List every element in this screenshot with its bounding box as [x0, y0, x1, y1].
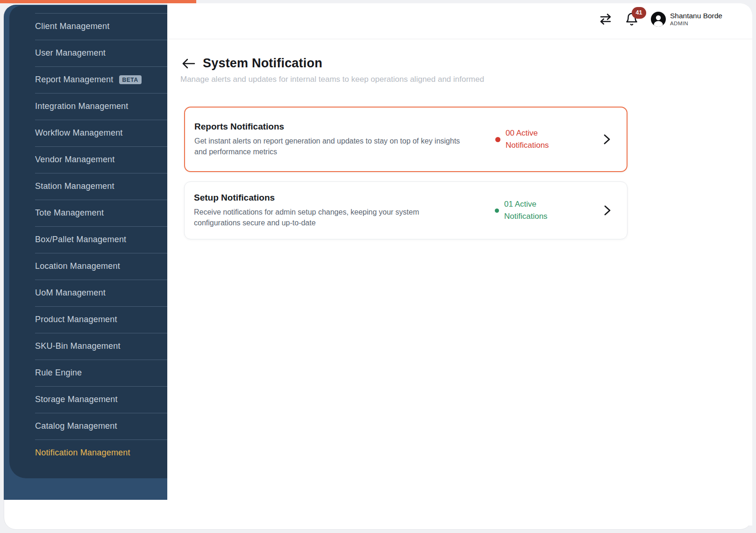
sidebar-item-label: Workflow Management [35, 128, 123, 138]
chevron-right-icon[interactable] [604, 205, 611, 216]
chevron-right-icon[interactable] [603, 134, 611, 145]
status-dot-icon [495, 209, 499, 213]
status-dot-icon [495, 137, 500, 142]
card-text: Setup Notifications Receive notification… [194, 193, 495, 228]
user-menu[interactable]: Shantanu Borde ADMIN [651, 11, 722, 27]
back-arrow-icon[interactable] [181, 58, 195, 70]
avatar-icon [651, 12, 666, 27]
status-label: 01 Active Notifications [504, 198, 548, 223]
sidebar-item-label: Station Management [35, 181, 114, 191]
sidebar-submenu-panel: Client Management User Management Report… [9, 6, 167, 478]
sidebar-item-label: SKU-Bin Management [35, 341, 121, 351]
swap-arrows-icon[interactable] [599, 13, 613, 26]
sidebar-item-label: Tote Management [35, 208, 104, 218]
sidebar-item-label: Storage Management [35, 395, 118, 404]
sidebar-item-label: Client Management [35, 22, 110, 31]
beta-badge: BETA [119, 75, 142, 84]
bell-icon[interactable]: 41 [625, 12, 639, 27]
sidebar: Client Management User Management Report… [4, 5, 167, 500]
page-subtitle: Manage alerts and updates for internal t… [180, 75, 484, 84]
sidebar-item-label: Catalog Management [35, 421, 117, 431]
sidebar-item-label: User Management [35, 48, 106, 58]
user-meta: Shantanu Borde ADMIN [670, 11, 722, 27]
sidebar-item-label: Box/Pallet Management [35, 235, 126, 245]
sidebar-item[interactable]: Vendor Management [9, 146, 167, 173]
sidebar-item-label: Notification Management [35, 448, 130, 458]
sidebar-item-label: Location Management [35, 261, 120, 271]
notification-count-badge: 41 [632, 7, 646, 19]
sidebar-item-label: Rule Engine [35, 368, 82, 378]
page-title: System Notification [203, 56, 322, 71]
setup-notifications-card[interactable]: Setup Notifications Receive notification… [184, 181, 628, 239]
sidebar-menu: Client Management User Management Report… [9, 6, 167, 466]
card-text: Reports Notifications Get instant alerts… [194, 122, 495, 157]
sidebar-item[interactable]: Location Management [9, 253, 167, 280]
top-header: 41 Shantanu Borde ADMIN [167, 3, 752, 39]
page-header: System Notification [181, 56, 322, 71]
sidebar-item[interactable]: Client Management [9, 13, 167, 40]
sidebar-item[interactable]: Workflow Management [9, 120, 167, 146]
active-notifications-status: 00 Active Notifications [495, 127, 584, 152]
sidebar-item[interactable]: User Management [9, 40, 167, 66]
main-content: System Notification Manage alerts and up… [167, 39, 752, 526]
sidebar-item[interactable]: Storage Management [9, 386, 167, 413]
header-actions: 41 Shantanu Borde ADMIN [599, 11, 722, 27]
sidebar-item[interactable]: Station Management [9, 173, 167, 200]
sidebar-item-label: Report Management [35, 75, 114, 85]
sidebar-item[interactable]: Tote Management [9, 200, 167, 226]
status-label: 00 Active Notifications [506, 127, 549, 152]
sidebar-item-label: Vendor Management [35, 155, 115, 165]
active-notifications-status: 01 Active Notifications [495, 198, 584, 223]
sidebar-item-label: UoM Management [35, 288, 106, 298]
sidebar-item[interactable]: Box/Pallet Management [9, 226, 167, 253]
sidebar-item[interactable]: Integration Management [9, 93, 167, 120]
sidebar-item[interactable]: SKU-Bin Management [9, 333, 167, 360]
card-description: Get instant alerts on report generation … [194, 136, 495, 157]
card-title: Setup Notifications [194, 193, 495, 203]
sidebar-item-label: Integration Management [35, 101, 128, 111]
screen: Client Management User Management Report… [0, 0, 756, 533]
card-description: Receive notifications for admin setup ch… [194, 207, 495, 228]
sidebar-item[interactable]: Catalog Management [9, 413, 167, 439]
notification-card-list: Reports Notifications Get instant alerts… [184, 107, 628, 239]
sidebar-item-label: Product Management [35, 315, 117, 324]
card-title: Reports Notifications [194, 122, 495, 132]
user-role: ADMIN [670, 20, 722, 27]
sidebar-item[interactable]: Report Management BETA [9, 66, 167, 93]
sidebar-item[interactable]: Notification Management [9, 439, 167, 466]
reports-notifications-card[interactable]: Reports Notifications Get instant alerts… [184, 107, 628, 172]
user-name: Shantanu Borde [670, 11, 722, 20]
sidebar-item[interactable]: UoM Management [9, 280, 167, 306]
loading-bar [0, 0, 196, 3]
sidebar-item[interactable]: Product Management [9, 306, 167, 333]
sidebar-item[interactable]: Rule Engine [9, 360, 167, 386]
